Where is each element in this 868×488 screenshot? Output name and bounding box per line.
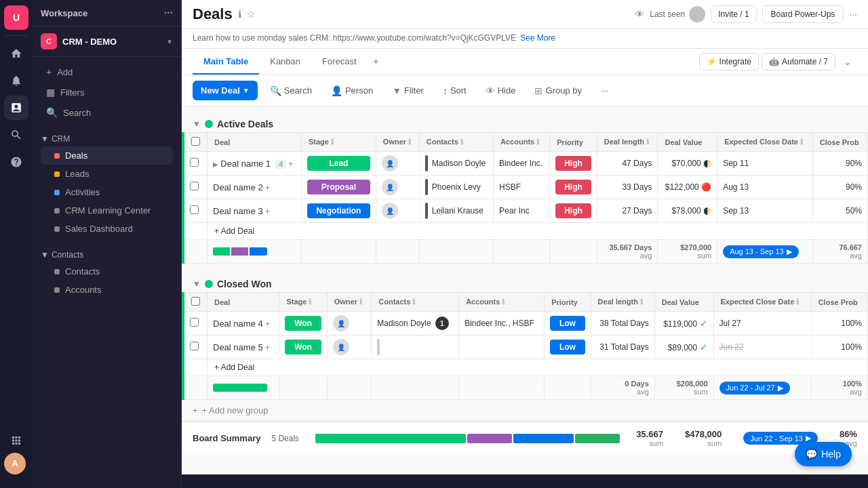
sidebar-item-contacts[interactable]: Contacts [41,262,173,281]
row-checkbox[interactable] [183,312,208,336]
summary-close-prob-label: avg [818,251,862,260]
sort-button[interactable]: ↕ Sort [436,81,473,100]
add-deal-row-icon[interactable]: + [288,159,293,169]
priority-cell[interactable]: Low [545,336,591,359]
expand-icon[interactable]: ▶ [213,161,218,168]
closed-won-toggle[interactable]: ▼ [193,279,201,289]
table-row[interactable]: Deal name 5 + Won 👤 Low 31 Total Days [183,336,868,359]
add-deal-row-icon[interactable]: + [265,183,270,192]
power-ups-button[interactable]: Board Power-Ups [762,5,844,23]
user-avatar[interactable]: A [4,453,26,474]
table-area[interactable]: ▼ Active Deals Deal Stage ℹ Owner ℹ Cont… [182,106,868,474]
crm-section-header[interactable]: ▼ CRM [41,131,173,146]
add-deal-row-icon[interactable]: + [265,343,270,352]
help-sidebar-icon[interactable] [4,150,28,174]
hide-label: Hide [498,85,516,96]
priority-cell[interactable]: High [550,152,597,176]
priority-cell[interactable]: High [550,199,597,223]
integrate-button[interactable]: ⚡ Integrate [699,53,759,70]
sidebar-item-accounts[interactable]: Accounts [41,281,173,299]
add-deal-row-closed[interactable]: + Add Deal [183,359,868,376]
more-options-icon[interactable]: ··· [849,9,857,20]
table-row[interactable]: Deal name 4 + Won 👤 Madison Doyle 1 Bind… [183,312,868,336]
row-checkbox[interactable] [183,152,208,176]
summary-priority [550,240,597,264]
filter-button[interactable]: ▼ Filter [385,81,431,100]
stage-cell[interactable]: Won [279,312,327,336]
filters-btn[interactable]: ▦ Filters [41,83,173,102]
sidebar-item-deals[interactable]: Deals [41,146,173,165]
add-deal-row-icon[interactable]: + [265,207,270,216]
owner-cell[interactable]: 👤 [376,199,419,223]
add-deal-row[interactable]: + Add Deal [183,223,868,240]
stage-cell[interactable]: Proposal [301,176,376,199]
more-toolbar-button[interactable]: ··· [594,81,615,100]
contacts-section-header[interactable]: ▼ Contacts [41,247,173,262]
tab-forecast[interactable]: Forecast [311,49,368,75]
active-deals-toggle[interactable]: ▼ [193,119,201,129]
apps-icon[interactable] [4,428,28,453]
owner-cell[interactable]: 👤 [376,152,419,176]
invite-button[interactable]: Invite / 1 [711,5,756,23]
group-by-button[interactable]: ⊞ Group by [528,81,588,100]
stage-cell[interactable]: Negotiation [301,199,376,223]
workspace-info[interactable]: C CRM - DEMO ▼ [33,26,181,57]
automate-button[interactable]: 🤖 Automate / 7 [762,53,835,70]
row-checkbox[interactable] [183,199,208,223]
search-btn[interactable]: 🔍 Search [41,103,173,122]
search-toolbar-button[interactable]: 🔍 Search [263,81,319,100]
home-icon[interactable] [4,41,28,66]
brand-logo[interactable]: U [4,5,28,30]
row-checkbox[interactable] [183,176,208,199]
search-sidebar-icon[interactable] [4,123,28,147]
tab-kanban[interactable]: Kanban [259,49,311,75]
hide-icon: 👁 [486,85,495,96]
eye-icon[interactable]: 👁 [635,9,644,20]
crm-name: CRM - DEMO [62,37,161,47]
select-all-header-closed[interactable] [183,293,208,312]
crm-icon[interactable] [4,96,28,120]
table-row[interactable]: Deal name 3 + Negotiation 👤 Leilani Krau… [183,199,868,223]
add-deal-label-c[interactable]: + Add Deal [208,359,868,376]
deal-name: Deal name 5 [213,342,263,352]
add-deal-row-icon[interactable]: + [265,319,270,329]
sidebar-item-learning[interactable]: CRM Learning Center [41,201,173,220]
notification-icon[interactable] [4,68,28,93]
priority-cell[interactable]: High [550,176,597,199]
priority-cell[interactable]: Low [545,312,591,336]
collapse-icon[interactable]: ⌄ [838,56,857,67]
tabs-bar: Main Table Kanban Forecast + [193,49,699,75]
summary-check-c [183,376,208,400]
deal-value-cell: $119,000 ✓ [654,312,713,336]
stage-cell[interactable]: Lead [301,152,376,176]
see-more-link[interactable]: See More [520,33,555,43]
owner-cell[interactable]: 👤 [327,312,372,336]
sidebar-item-leads[interactable]: Leads [41,165,173,183]
contact-bar [377,339,380,355]
board-progress-won [315,434,466,443]
owner-cell[interactable]: 👤 [376,176,419,199]
add-group-button[interactable]: + + Add new group [182,400,868,421]
table-row[interactable]: ▶ Deal name 1 4 + Lead 👤 Madison Doyle [183,152,868,176]
stage-cell[interactable]: Won [279,336,327,359]
sidebar-item-activities[interactable]: Activities [41,183,173,201]
select-all-header[interactable] [183,133,208,152]
person-button[interactable]: 👤 Person [324,81,380,100]
add-deal-label[interactable]: + Add Deal [208,223,868,240]
add-btn[interactable]: + Add [41,62,173,81]
table-row[interactable]: Deal name 2 + Proposal 👤 Phoenix Levy HS… [183,176,868,199]
info-icon[interactable]: ℹ [238,9,241,20]
row-checkbox[interactable] [183,336,208,359]
workspace-menu-icon[interactable]: ··· [164,7,173,19]
summary-close-prob-value-c: 100% [817,380,862,388]
contacts-cell [372,336,459,359]
tab-main-table[interactable]: Main Table [193,49,259,75]
new-deal-button[interactable]: New Deal ▼ [193,81,258,100]
star-icon[interactable]: ☆ [247,9,256,20]
help-button[interactable]: 💬 Help [795,442,852,466]
hide-button[interactable]: 👁 Hide [479,81,523,100]
integrate-label: Integrate [719,57,751,66]
owner-cell[interactable]: 👤 [327,336,372,359]
sidebar-item-dashboard[interactable]: Sales Dashboard [41,220,173,238]
add-tab-icon[interactable]: + [368,49,384,75]
